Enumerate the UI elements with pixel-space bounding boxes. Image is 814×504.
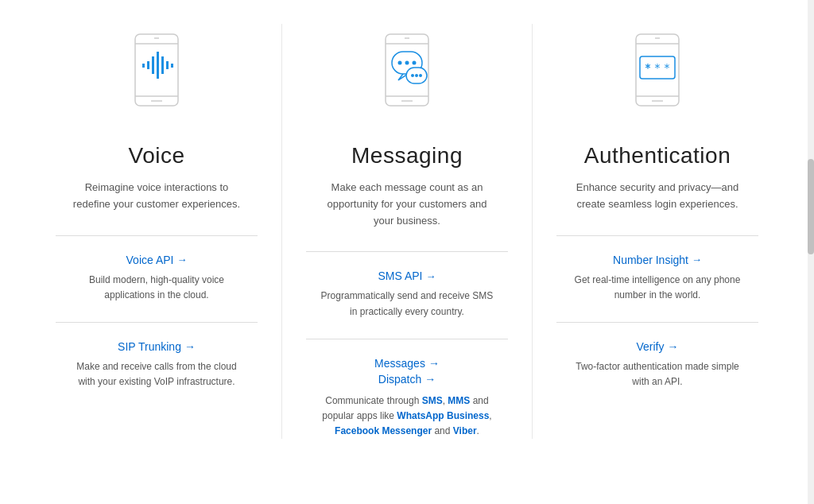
authentication-description: Enhance security and privacy—and create … — [570, 180, 745, 213]
dispatch-link[interactable]: Dispatch → — [378, 373, 436, 386]
number-insight-link[interactable]: Number Insight → — [613, 254, 702, 266]
messaging-icon-area — [355, 24, 459, 127]
voice-icon-area — [105, 24, 208, 127]
verify-description: Two-factor authentication made simple wi… — [570, 359, 745, 390]
dispatch-label: Dispatch — [378, 373, 421, 386]
verify-arrow: → — [668, 340, 679, 353]
messaging-divider2 — [306, 339, 508, 339]
svg-rect-11 — [171, 64, 173, 68]
auth-divider2 — [556, 322, 758, 323]
svg-rect-10 — [142, 64, 145, 68]
svg-point-22 — [411, 74, 414, 77]
sms-api-arrow: → — [426, 270, 436, 282]
svg-point-19 — [405, 61, 409, 65]
messaging-icon — [363, 28, 451, 123]
svg-rect-7 — [157, 52, 159, 79]
number-insight-label: Number Insight — [613, 254, 688, 266]
svg-point-24 — [419, 74, 422, 77]
voice-divider2 — [56, 322, 258, 323]
svg-rect-9 — [166, 61, 169, 69]
messaging-divider1 — [306, 251, 508, 252]
sms-bold: SMS — [422, 395, 443, 406]
number-insight-arrow: → — [692, 254, 702, 266]
authentication-column: * * * * Authentication Enhance security … — [533, 24, 782, 439]
messages-link[interactable]: Messages → — [374, 357, 440, 370]
facebook-bold: Facebook Messenger — [335, 425, 432, 436]
sip-trunking-arrow: → — [184, 340, 196, 353]
voice-api-arrow: → — [176, 254, 187, 266]
authentication-icon-area: * * * * — [606, 24, 709, 127]
messaging-title: Messaging — [351, 143, 463, 169]
voice-description: Reimagine voice interactions to redefine… — [69, 180, 244, 213]
svg-text:*: * — [664, 61, 670, 74]
viber-bold: Viber — [453, 425, 477, 436]
page-container: Voice Reimagine voice interactions to re… — [0, 0, 814, 463]
verify-link[interactable]: Verify → — [636, 340, 678, 353]
voice-api-label: Voice API — [126, 254, 174, 266]
svg-point-18 — [398, 61, 402, 65]
voice-api-description: Build modern, high-quality voice applica… — [69, 273, 244, 303]
main-columns: Voice Reimagine voice interactions to re… — [32, 24, 782, 439]
auth-divider1 — [556, 235, 758, 236]
voice-divider1 — [56, 235, 258, 236]
sms-api-link[interactable]: SMS API → — [378, 269, 436, 282]
sms-api-description: Programmatically send and receive SMS in… — [320, 289, 494, 319]
svg-text:*: * — [645, 61, 651, 74]
voice-title: Voice — [129, 143, 185, 169]
sms-api-label: SMS API — [378, 269, 422, 282]
whatsapp-bold: WhatsApp Business — [397, 410, 489, 421]
messaging-description: Make each message count as an opportunit… — [320, 180, 494, 229]
mms-bold: MMS — [448, 395, 470, 406]
voice-icon — [113, 28, 200, 123]
authentication-title: Authentication — [584, 143, 731, 169]
messages-label: Messages — [374, 357, 425, 370]
voice-column: Voice Reimagine voice interactions to re… — [32, 24, 282, 439]
svg-rect-6 — [152, 56, 154, 74]
number-insight-description: Get real-time intelligence on any phone … — [570, 273, 745, 303]
voice-api-link[interactable]: Voice API → — [126, 254, 188, 266]
svg-rect-8 — [161, 56, 164, 74]
authentication-icon: * * * * — [614, 28, 701, 123]
dispatch-description: Communicate through SMS, MMS and popular… — [320, 394, 494, 440]
svg-point-20 — [413, 61, 417, 65]
svg-point-23 — [415, 74, 418, 77]
sip-trunking-description: Make and receive calls from the cloud wi… — [69, 359, 244, 390]
svg-rect-5 — [147, 61, 149, 69]
messaging-column: Messaging Make each message count as an … — [282, 24, 533, 439]
scrollbar[interactable] — [808, 0, 814, 504]
sip-trunking-link[interactable]: SIP Trunking → — [118, 340, 196, 353]
verify-label: Verify — [636, 340, 664, 353]
sip-trunking-label: SIP Trunking — [118, 340, 181, 353]
svg-text:*: * — [654, 61, 661, 74]
scrollbar-thumb[interactable] — [808, 159, 814, 254]
